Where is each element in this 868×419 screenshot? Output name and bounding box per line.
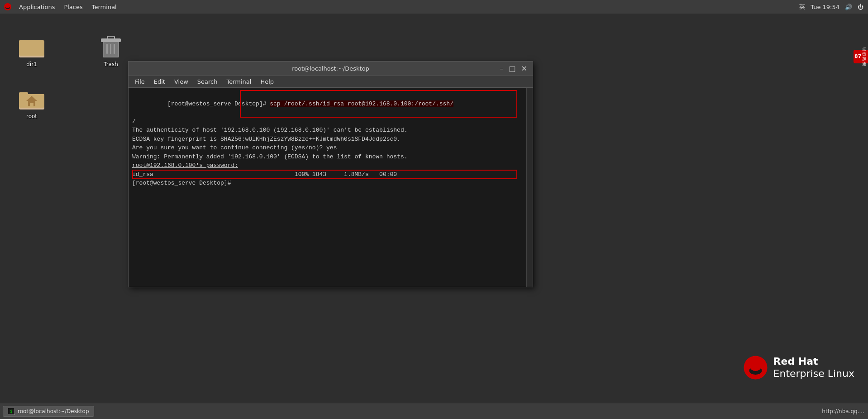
menubar-right: 英 Tue 19:54 🔊 ⏻ [799, 3, 863, 11]
taskbar: $ root@localhost:~/Desktop http://nba.qq… [0, 403, 868, 419]
window-controls: – □ ✕ [498, 65, 529, 72]
trash-icon [98, 34, 124, 59]
svg-rect-11 [114, 44, 115, 54]
menu-applications[interactable]: Applications [15, 3, 58, 11]
redhat-text: Red Hat Enterprise Linux [773, 356, 854, 380]
terminal-window: root@localhost:~/Desktop – □ ✕ File Edit… [128, 61, 533, 287]
terminal-line-9: [root@westos_serve Desktop]# [132, 179, 524, 188]
top-menubar: Applications Places Terminal 英 Tue 19:54… [0, 0, 868, 14]
power-icon[interactable]: ⏻ [858, 4, 863, 10]
side-widget-number: 87 [854, 53, 861, 59]
taskbar-terminal-item[interactable]: $ root@localhost:~/Desktop [3, 406, 94, 417]
minimize-button[interactable]: – [498, 65, 505, 72]
redhat-logo-icon [4, 3, 12, 11]
svg-rect-10 [110, 44, 111, 54]
terminal-scrollbar[interactable] [526, 88, 533, 287]
desktop-icon-root[interactable]: root [14, 86, 50, 119]
side-notification-widget[interactable]: 点击加速 87 [854, 50, 868, 63]
svg-rect-19 [30, 103, 33, 106]
taskbar-item-label: root@localhost:~/Desktop [18, 408, 89, 414]
redhat-branding: Red Hat Enterprise Linux [743, 355, 854, 380]
terminal-line-4: ECDSA key fingerprint is SHA256:wUlKHhjZ… [132, 135, 524, 144]
clock: Tue 19:54 [811, 4, 839, 10]
trash-label: Trash [104, 61, 118, 67]
term-menu-edit[interactable]: Edit [150, 77, 169, 86]
taskbar-terminal-icon: $ [8, 408, 15, 415]
command-1: scp /root/.ssh/id_rsa root@192.168.0.100… [270, 100, 453, 107]
terminal-body: [root@westos_serve Desktop]# scp /root/.… [129, 88, 533, 287]
maximize-button[interactable]: □ [507, 65, 517, 72]
home-folder-icon [19, 86, 44, 111]
redhat-name: Red Hat [773, 356, 854, 367]
prompt-1: [root@westos_serve Desktop]# [167, 100, 270, 107]
term-menu-search[interactable]: Search [194, 77, 221, 86]
term-menu-view[interactable]: View [171, 77, 192, 86]
side-widget-text: 点击加速 [861, 47, 867, 66]
folder-icon [19, 34, 44, 59]
terminal-line-6: Warning: Permanently added '192.168.0.10… [132, 152, 524, 162]
root-label: root [26, 113, 37, 119]
terminal-line-8: id_rsa 100% 1843 1.8MB/s 00:00 [132, 170, 524, 179]
taskbar-url: http://nba.qq.... [822, 408, 864, 414]
term-menu-help[interactable]: Help [257, 77, 277, 86]
terminal-line-1: [root@westos_serve Desktop]# scp /root/.… [132, 90, 524, 117]
menubar-left: Applications Places Terminal [4, 3, 120, 11]
redhat-large-logo-icon [743, 355, 768, 380]
terminal-line-2: / [132, 117, 524, 126]
desktop-icon-dir1[interactable]: dir1 [14, 34, 50, 67]
terminal-line-3: The authenticity of host '192.168.0.100 … [132, 126, 524, 135]
terminal-line-5: Are you sure you want to continue connec… [132, 143, 524, 152]
svg-point-2 [6, 5, 10, 8]
taskbar-right: http://nba.qq.... [822, 408, 864, 414]
terminal-title: root@localhost:~/Desktop [292, 65, 369, 72]
menu-terminal[interactable]: Terminal [88, 3, 120, 11]
language-indicator[interactable]: 英 [799, 3, 805, 11]
term-menu-terminal[interactable]: Terminal [223, 77, 255, 86]
desktop-icon-trash[interactable]: Trash [93, 34, 129, 67]
svg-point-22 [750, 363, 761, 371]
terminal-line-7: root@192.168.0.100's password: [132, 161, 524, 170]
terminal-menu-bar: File Edit View Search Terminal Help [129, 76, 533, 88]
svg-rect-6 [19, 42, 44, 56]
close-button[interactable]: ✕ [520, 65, 529, 72]
desktop: dir1 Trash root [0, 14, 868, 403]
menu-places[interactable]: Places [60, 3, 86, 11]
svg-rect-9 [106, 44, 108, 54]
terminal-titlebar: root@localhost:~/Desktop – □ ✕ [129, 62, 533, 76]
redhat-subtitle: Enterprise Linux [773, 368, 854, 380]
volume-icon[interactable]: 🔊 [845, 4, 852, 10]
term-menu-file[interactable]: File [131, 77, 148, 86]
dir1-label: dir1 [26, 61, 37, 67]
